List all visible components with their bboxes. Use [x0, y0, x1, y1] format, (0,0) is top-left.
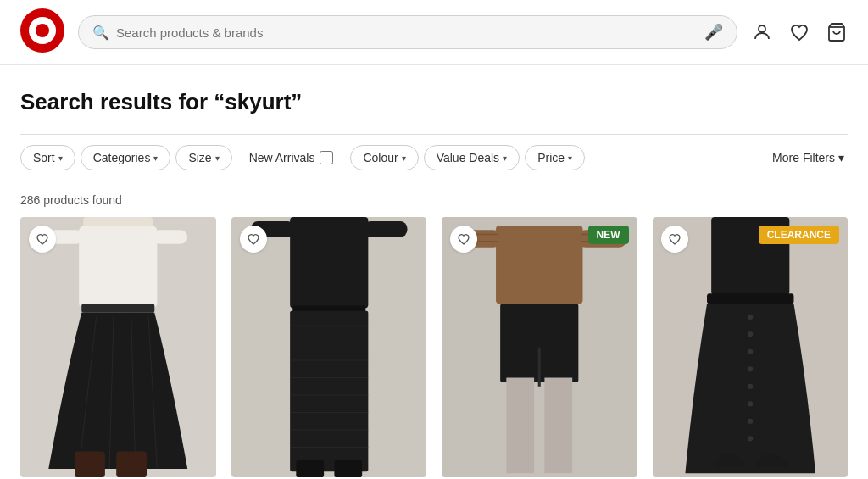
wishlist-button[interactable]	[450, 226, 477, 253]
more-filters-label: More Filters	[772, 151, 835, 164]
svg-point-48	[748, 315, 753, 320]
product-image-container: CLEARANCE	[653, 217, 849, 477]
new-arrivals-label: New Arrivals	[249, 151, 315, 164]
products-grid: Preview Pull On Midi Skirt $39	[20, 217, 848, 479]
product-card[interactable]: Lily Loves Knit Midi Skirt $35	[231, 217, 427, 479]
new-badge: NEW	[588, 226, 629, 244]
sort-label: Sort	[33, 151, 55, 164]
svg-point-3	[759, 25, 765, 32]
svg-rect-47	[707, 293, 793, 304]
svg-point-52	[748, 384, 753, 389]
wishlist-button[interactable]	[29, 226, 56, 253]
product-image-container: NEW	[442, 217, 637, 477]
mic-icon[interactable]: 🎤	[704, 23, 723, 42]
wishlist-icon[interactable]	[788, 21, 810, 43]
more-filters-button[interactable]: More Filters ▾	[769, 146, 848, 170]
new-arrivals-filter[interactable]: New Arrivals	[237, 146, 346, 170]
search-input[interactable]	[116, 25, 698, 40]
svg-rect-15	[116, 452, 147, 478]
svg-rect-58	[755, 460, 787, 467]
value-deals-label: Value Deals	[437, 151, 499, 164]
more-filters-chevron-icon: ▾	[838, 151, 844, 164]
sort-chevron-icon: ▾	[58, 153, 63, 163]
svg-point-51	[748, 366, 753, 371]
header-icons	[751, 21, 848, 43]
colour-filter[interactable]: Colour ▾	[350, 145, 418, 170]
target-logo-icon	[20, 8, 64, 53]
svg-rect-6	[79, 226, 157, 308]
filters-bar: Sort ▾ Categories ▾ Size ▾ New Arrivals …	[20, 134, 848, 181]
svg-rect-59	[761, 455, 781, 460]
search-heading: Search results for “skyurt”	[20, 89, 848, 115]
svg-rect-16	[290, 217, 368, 309]
new-arrivals-checkbox[interactable]	[320, 151, 333, 164]
product-image	[653, 217, 849, 477]
categories-chevron-icon: ▾	[153, 153, 158, 163]
svg-rect-56	[714, 460, 745, 467]
price-chevron-icon: ▾	[568, 153, 572, 163]
svg-point-49	[748, 331, 753, 337]
svg-rect-30	[334, 460, 362, 477]
value-deals-chevron-icon: ▾	[503, 153, 507, 163]
svg-rect-9	[81, 304, 154, 312]
svg-rect-57	[720, 455, 739, 460]
svg-point-55	[748, 436, 753, 441]
svg-rect-45	[722, 217, 742, 230]
svg-rect-8	[153, 230, 187, 243]
product-image-container	[231, 217, 427, 477]
search-bar[interactable]: 🔍 🎤	[78, 15, 737, 49]
size-filter[interactable]: Size ▾	[175, 145, 231, 170]
svg-rect-31	[496, 226, 582, 304]
svg-point-2	[36, 24, 49, 37]
product-image	[442, 217, 637, 477]
sort-filter[interactable]: Sort ▾	[20, 145, 75, 170]
product-card[interactable]: NEW	[442, 217, 637, 479]
svg-rect-14	[75, 452, 105, 478]
size-chevron-icon: ▾	[215, 153, 220, 163]
page-content: Search results for “skyurt” Sort ▾ Categ…	[0, 89, 868, 479]
cart-icon[interactable]	[826, 21, 848, 43]
svg-point-50	[748, 349, 753, 354]
colour-chevron-icon: ▾	[402, 153, 406, 163]
size-label: Size	[188, 151, 211, 164]
svg-point-54	[748, 419, 753, 424]
logo[interactable]	[20, 8, 64, 56]
product-card[interactable]: Preview Pull On Midi Skirt $39	[20, 217, 216, 479]
search-icon: 🔍	[92, 25, 109, 41]
product-image	[20, 217, 216, 477]
categories-label: Categories	[93, 151, 151, 164]
svg-rect-29	[296, 460, 324, 477]
product-card[interactable]: CLEARANCE	[653, 217, 849, 479]
account-icon[interactable]	[751, 21, 773, 43]
clearance-badge: CLEARANCE	[759, 226, 839, 244]
svg-point-53	[748, 401, 753, 406]
colour-label: Colour	[363, 151, 398, 164]
products-count: 286 products found	[20, 193, 848, 207]
categories-filter[interactable]: Categories ▾	[81, 145, 171, 170]
value-deals-filter[interactable]: Value Deals ▾	[424, 145, 520, 170]
header: 🔍 🎤	[0, 0, 868, 65]
price-filter[interactable]: Price ▾	[525, 145, 585, 170]
svg-rect-43	[544, 378, 572, 474]
product-image-container	[20, 217, 216, 477]
wishlist-button[interactable]	[240, 226, 267, 253]
svg-rect-18	[364, 221, 407, 237]
svg-rect-42	[506, 378, 534, 474]
product-image	[231, 217, 427, 477]
wishlist-button[interactable]	[661, 226, 688, 253]
price-label: Price	[537, 151, 565, 164]
